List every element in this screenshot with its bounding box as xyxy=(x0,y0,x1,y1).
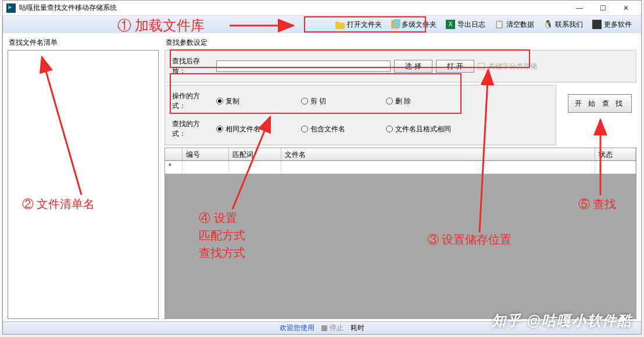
find-mode-label: 查找的方式： xyxy=(172,119,213,139)
keyword-check[interactable] xyxy=(478,63,485,70)
options-group: 操作的方式： 复制 剪 切 删 除 查找的方式： 相同文件名 包含文件名 文件名… xyxy=(164,85,556,145)
open-button[interactable]: 打 开 xyxy=(436,60,474,73)
app-icon xyxy=(6,3,16,13)
op-mode-label: 操作的方式： xyxy=(172,91,213,111)
radio-icon xyxy=(386,126,393,132)
storage-group: 查找后存放： 选 择 打 开 关键字分类存储 xyxy=(164,50,636,83)
grid-new-row[interactable]: * xyxy=(165,161,636,174)
window-title: 咕嘎批量查找文件移动存储系统 xyxy=(19,3,117,13)
radio-icon xyxy=(301,126,308,132)
col-name[interactable]: 文件名 xyxy=(281,148,595,160)
result-grid[interactable]: 编号 匹配词 文件名 状态 * xyxy=(164,148,636,319)
col-blank xyxy=(165,148,183,160)
excel-icon: X xyxy=(446,20,455,29)
col-match[interactable]: 匹配词 xyxy=(229,148,281,160)
app-window: 咕嘎批量查找文件移动存储系统 — ☐ ✕ 打开文件夹 多级文件夹 X 导出日志 … xyxy=(2,0,642,335)
radio-icon xyxy=(386,98,393,105)
find-samefmt-radio[interactable]: 文件名且格式相同 xyxy=(386,124,479,134)
params-title: 查找参数设定 xyxy=(164,35,636,50)
toolbar: 打开文件夹 多级文件夹 X 导出日志 清空数据 联系我们 更多软件 xyxy=(3,16,641,33)
maximize-button[interactable]: ☐ xyxy=(591,1,614,15)
radio-icon xyxy=(301,98,308,105)
op-delete-radio[interactable]: 删 除 xyxy=(386,96,467,106)
multi-folder-icon xyxy=(391,20,399,28)
op-copy-radio[interactable]: 复制 xyxy=(216,96,298,106)
filename-list-title: 查找文件名清单 xyxy=(8,35,159,50)
close-button[interactable]: ✕ xyxy=(614,1,638,15)
multi-folder-button[interactable]: 多级文件夹 xyxy=(387,19,441,31)
find-contain-radio[interactable]: 包含文件名 xyxy=(301,124,382,134)
store-path-input[interactable] xyxy=(216,60,391,72)
find-same-radio[interactable]: 相同文件名 xyxy=(216,124,298,134)
more-software-button[interactable]: 更多软件 xyxy=(588,19,636,31)
status-time: 耗时 xyxy=(350,323,364,333)
col-no[interactable]: 编号 xyxy=(183,148,229,160)
export-log-button[interactable]: X 导出日志 xyxy=(441,19,490,31)
watermark: 知乎 @咕嘎小软件酷 xyxy=(487,311,632,330)
radio-icon xyxy=(216,98,223,105)
row-marker: * xyxy=(165,161,183,174)
select-button[interactable]: 选 择 xyxy=(394,60,432,73)
grid-header: 编号 匹配词 文件名 状态 xyxy=(165,148,636,161)
clear-data-button[interactable]: 清空数据 xyxy=(490,19,539,31)
col-state[interactable]: 状态 xyxy=(595,148,636,160)
store-label: 查找后存放： xyxy=(172,56,213,76)
filename-list[interactable] xyxy=(8,50,159,319)
clipboard-icon xyxy=(495,20,504,29)
titlebar: 咕嘎批量查找文件移动存储系统 — ☐ ✕ xyxy=(3,1,641,16)
folder-icon xyxy=(335,20,345,29)
qr-icon xyxy=(592,20,602,29)
contact-us-button[interactable]: 联系我们 xyxy=(539,19,588,31)
stop-icon xyxy=(321,325,327,331)
status-stop: 停止 xyxy=(321,323,344,333)
open-folder-button[interactable]: 打开文件夹 xyxy=(331,19,387,31)
qq-icon xyxy=(543,20,553,29)
status-welcome: 欢迎您使用 xyxy=(280,323,314,333)
op-cut-radio[interactable]: 剪 切 xyxy=(301,96,382,106)
start-search-button[interactable]: 开 始 查 找 xyxy=(568,94,632,113)
minimize-button[interactable]: — xyxy=(568,1,591,15)
keyword-check-label: 关键字分类存储 xyxy=(488,62,537,71)
radio-icon xyxy=(216,126,223,132)
